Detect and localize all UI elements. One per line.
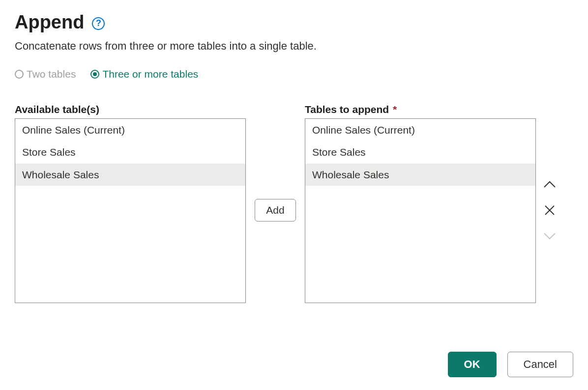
dialog-title: Append <box>15 12 84 33</box>
radio-two-tables[interactable]: Two tables <box>15 68 76 80</box>
remove-button[interactable] <box>542 204 557 216</box>
chevron-down-icon <box>543 231 557 240</box>
required-star: * <box>393 104 397 115</box>
help-icon[interactable]: ? <box>92 17 105 30</box>
available-table-item[interactable]: Online Sales (Current) <box>15 119 245 141</box>
chevron-up-icon <box>543 180 557 189</box>
append-tables-listbox[interactable]: Online Sales (Current)Store SalesWholesa… <box>305 118 536 303</box>
radio-three-or-more[interactable]: Three or more tables <box>90 68 198 80</box>
available-tables-column: Available table(s) Online Sales (Current… <box>15 104 246 303</box>
append-table-item[interactable]: Store Sales <box>305 141 535 163</box>
append-tables-label: Tables to append * <box>305 104 536 115</box>
append-table-item[interactable]: Online Sales (Current) <box>305 119 535 141</box>
ok-button[interactable]: OK <box>448 352 497 377</box>
available-tables-listbox[interactable]: Online Sales (Current)Store SalesWholesa… <box>15 118 246 303</box>
cancel-button[interactable]: Cancel <box>507 352 573 377</box>
append-tables-label-text: Tables to append <box>305 104 389 115</box>
mode-radio-group: Two tables Three or more tables <box>15 68 573 80</box>
radio-circle-icon <box>15 70 24 79</box>
add-button[interactable]: Add <box>255 199 295 222</box>
append-table-item[interactable]: Wholesale Sales <box>305 164 535 186</box>
available-tables-label: Available table(s) <box>15 104 246 115</box>
columns-container: Available table(s) Online Sales (Current… <box>15 104 573 303</box>
reorder-actions <box>536 104 563 303</box>
radio-two-tables-label: Two tables <box>27 68 76 80</box>
x-icon <box>544 204 556 216</box>
append-tables-column: Tables to append * Online Sales (Current… <box>305 104 536 303</box>
move-down-button[interactable] <box>542 230 557 242</box>
available-table-item[interactable]: Wholesale Sales <box>15 164 245 186</box>
available-table-item[interactable]: Store Sales <box>15 141 245 163</box>
dialog-subtitle: Concatenate rows from three or more tabl… <box>15 40 573 53</box>
dialog-footer: OK Cancel <box>448 352 573 377</box>
append-dialog: Append ? Concatenate rows from three or … <box>0 0 588 390</box>
dialog-header: Append ? <box>15 12 573 33</box>
radio-three-or-more-label: Three or more tables <box>102 68 198 80</box>
radio-circle-selected-icon <box>90 70 99 79</box>
add-column: Add <box>246 104 305 303</box>
move-up-button[interactable] <box>542 179 557 191</box>
